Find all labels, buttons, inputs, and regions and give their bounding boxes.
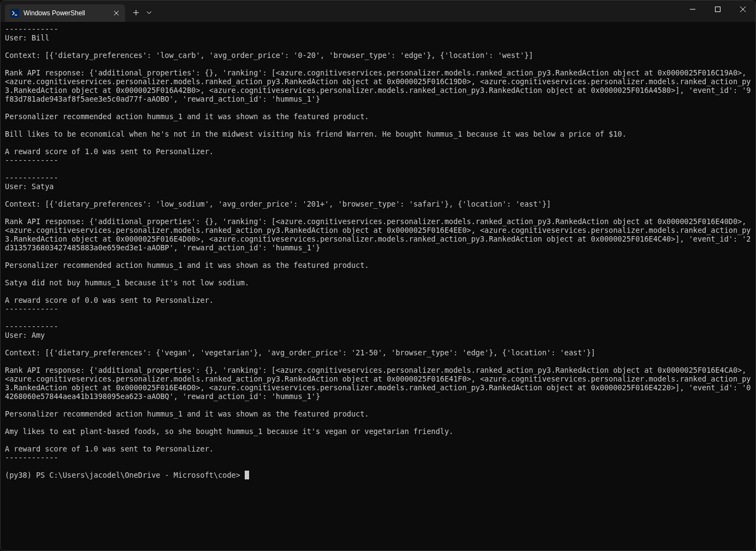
tab-dropdown-button[interactable] <box>144 5 155 20</box>
tabs-section: Windows PowerShell <box>1 1 155 22</box>
cursor <box>245 471 249 479</box>
terminal-line <box>5 357 751 366</box>
terminal-line: ------------ <box>5 453 751 462</box>
terminal-line: A reward score of 0.0 was sent to Person… <box>5 296 751 304</box>
tab-title: Windows PowerShell <box>23 9 108 17</box>
terminal-line: A reward score of 1.0 was sent to Person… <box>5 444 751 453</box>
prompt-text: (py38) PS C:\Users\jacodel\OneDrive - Mi… <box>5 471 245 479</box>
terminal-line <box>5 287 751 296</box>
prompt-line: (py38) PS C:\Users\jacodel\OneDrive - Mi… <box>5 471 751 479</box>
terminal-line: Amy likes to eat plant-based foods, so s… <box>5 427 751 436</box>
terminal-content[interactable]: ------------User: Bill Context: [{'dieta… <box>1 22 755 550</box>
new-tab-button[interactable] <box>128 5 144 20</box>
maximize-button[interactable] <box>705 1 730 18</box>
terminal-line: Context: [{'dietary_preferences': {'vega… <box>5 348 751 357</box>
terminal-line: User: Amy <box>5 331 751 339</box>
terminal-line <box>5 252 751 261</box>
tab-close-button[interactable] <box>112 9 121 17</box>
terminal-output: ------------User: Bill Context: [{'dieta… <box>5 25 751 471</box>
terminal-line: ------------ <box>5 173 751 182</box>
terminal-line <box>5 42 751 51</box>
minimize-button[interactable] <box>680 1 705 18</box>
close-button[interactable] <box>730 1 755 18</box>
terminal-line <box>5 436 751 444</box>
svg-rect-0 <box>716 7 720 12</box>
terminal-line: Context: [{'dietary_preferences': 'low_c… <box>5 51 751 60</box>
terminal-line <box>5 60 751 68</box>
terminal-line <box>5 191 751 200</box>
terminal-line: Satya did not buy hummus_1 because it's … <box>5 278 751 287</box>
terminal-line <box>5 418 751 427</box>
terminal-line <box>5 138 751 147</box>
terminal-line <box>5 208 751 217</box>
terminal-line: User: Satya <box>5 182 751 191</box>
terminal-line: Personalizer recommended action hummus_1… <box>5 112 751 121</box>
terminal-line: ------------ <box>5 304 751 313</box>
terminal-line: Rank API response: {'additional_properti… <box>5 68 751 103</box>
terminal-line: Personalizer recommended action hummus_1… <box>5 409 751 418</box>
terminal-line: Personalizer recommended action hummus_1… <box>5 261 751 269</box>
terminal-line <box>5 269 751 278</box>
terminal-line <box>5 339 751 348</box>
powershell-icon <box>10 9 19 17</box>
terminal-line: A reward score of 1.0 was sent to Person… <box>5 147 751 156</box>
window-controls <box>680 1 755 22</box>
terminal-line: Rank API response: {'additional_properti… <box>5 366 751 401</box>
title-bar: Windows PowerShell <box>1 1 755 22</box>
terminal-line: ------------ <box>5 322 751 331</box>
terminal-line <box>5 313 751 322</box>
terminal-line: Rank API response: {'additional_properti… <box>5 217 751 252</box>
terminal-line <box>5 103 751 112</box>
terminal-line: ------------ <box>5 25 751 33</box>
terminal-line <box>5 165 751 173</box>
terminal-line: Context: [{'dietary_preferences': 'low_s… <box>5 200 751 208</box>
tab-powershell[interactable]: Windows PowerShell <box>5 4 125 22</box>
terminal-line <box>5 121 751 130</box>
terminal-line <box>5 462 751 471</box>
terminal-line: ------------ <box>5 156 751 165</box>
terminal-line: Bill likes to be economical when he's no… <box>5 130 751 138</box>
terminal-line <box>5 401 751 409</box>
terminal-line: User: Bill <box>5 33 751 42</box>
